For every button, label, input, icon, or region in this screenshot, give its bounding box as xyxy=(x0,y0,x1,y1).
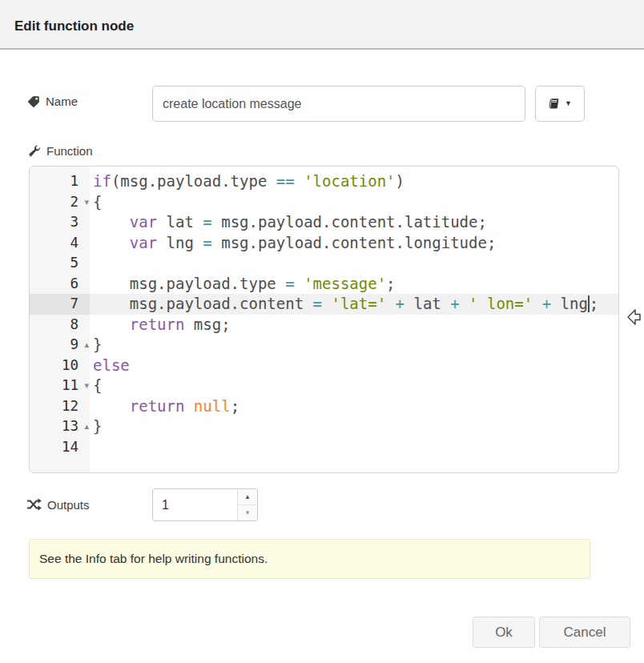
dialog-title: Edit function node xyxy=(14,18,134,34)
spinner-down-button[interactable]: ▼ xyxy=(238,505,257,520)
gutter-line-number[interactable]: 5 xyxy=(30,253,90,274)
info-tip: See the Info tab for help writing functi… xyxy=(29,539,590,579)
editor-gutter: 12▾3456789▴1011▾1213▴14 xyxy=(30,167,90,472)
name-input[interactable] xyxy=(152,86,525,122)
outputs-label-text: Outputs xyxy=(47,498,90,512)
gutter-line-number[interactable]: 4 xyxy=(30,233,90,254)
editor-code[interactable]: if(msg.payload.type == 'location'){ var … xyxy=(90,167,618,472)
gutter-line-number[interactable]: 14 xyxy=(30,437,90,458)
edit-function-dialog: Edit function node Name ▼ Function 12▾34… xyxy=(0,0,644,663)
library-button[interactable]: ▼ xyxy=(535,86,585,122)
code-line[interactable]: } xyxy=(90,335,618,356)
gutter-line-number[interactable]: 7 xyxy=(30,294,90,315)
gutter-line-number[interactable]: 3 xyxy=(30,212,90,233)
code-line[interactable]: { xyxy=(90,376,618,396)
info-tip-text: See the Info tab for help writing functi… xyxy=(39,552,268,566)
function-label-text: Function xyxy=(46,144,93,158)
fold-toggle-icon[interactable]: ▴ xyxy=(78,335,89,356)
outputs-input[interactable] xyxy=(153,489,237,520)
caret-down-icon: ▼ xyxy=(565,100,572,107)
book-icon xyxy=(547,97,561,111)
gutter-line-number[interactable]: 13▴ xyxy=(30,416,90,437)
spinner-up-icon: ▲ xyxy=(244,493,251,500)
gutter-line-number[interactable]: 1 xyxy=(30,171,90,192)
mouse-cursor xyxy=(626,308,642,327)
ok-button[interactable]: Ok xyxy=(473,617,535,648)
outputs-spinner: ▲ ▼ xyxy=(152,488,258,521)
spinner-buttons: ▲ ▼ xyxy=(237,489,257,520)
cancel-button[interactable]: Cancel xyxy=(539,617,630,648)
wrench-icon xyxy=(27,144,41,158)
fold-toggle-icon[interactable]: ▾ xyxy=(78,192,89,213)
code-line[interactable]: if(msg.payload.type == 'location') xyxy=(90,171,618,192)
tag-icon xyxy=(27,95,40,108)
code-line[interactable] xyxy=(90,437,618,458)
function-editor[interactable]: 12▾3456789▴1011▾1213▴14 if(msg.payload.t… xyxy=(29,166,619,473)
gutter-line-number[interactable]: 2▾ xyxy=(30,192,90,213)
code-line[interactable]: return null; xyxy=(90,396,618,417)
code-line[interactable]: msg.payload.type = 'message'; xyxy=(90,274,618,295)
fold-toggle-icon[interactable]: ▾ xyxy=(78,376,89,396)
gutter-line-number[interactable]: 6 xyxy=(30,274,90,295)
gutter-line-number[interactable]: 10 xyxy=(30,356,90,376)
code-line[interactable]: return msg; xyxy=(90,315,618,336)
spinner-up-button[interactable]: ▲ xyxy=(238,489,257,505)
code-line[interactable]: { xyxy=(90,192,618,213)
dialog-header: Edit function node xyxy=(0,0,644,50)
function-label: Function xyxy=(27,144,93,158)
gutter-line-number[interactable]: 9▴ xyxy=(30,335,90,356)
code-line[interactable] xyxy=(90,253,618,274)
outputs-label: Outputs xyxy=(26,497,90,512)
code-line[interactable]: msg.payload.content = 'lat=' + lat + ' l… xyxy=(90,294,618,315)
code-line[interactable]: var lng = msg.payload.content.longitude; xyxy=(90,233,618,254)
code-line[interactable]: } xyxy=(90,416,618,437)
code-line[interactable]: else xyxy=(90,356,618,376)
name-label: Name xyxy=(27,94,78,108)
fold-toggle-icon[interactable]: ▴ xyxy=(78,416,89,437)
spinner-down-icon: ▼ xyxy=(244,509,251,516)
gutter-line-number[interactable]: 12 xyxy=(30,396,90,417)
gutter-line-number[interactable]: 8 xyxy=(30,315,90,336)
code-line[interactable]: var lat = msg.payload.content.latitude; xyxy=(90,212,618,233)
shuffle-icon xyxy=(26,497,42,512)
gutter-line-number[interactable]: 11▾ xyxy=(30,376,90,396)
name-label-text: Name xyxy=(46,94,78,108)
